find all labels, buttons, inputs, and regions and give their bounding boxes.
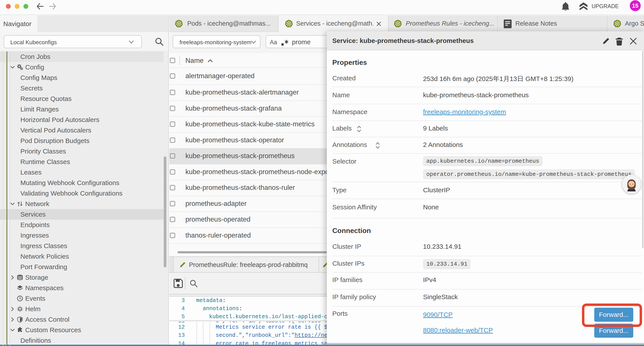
svg-text:HELM: HELM [18, 309, 22, 310]
